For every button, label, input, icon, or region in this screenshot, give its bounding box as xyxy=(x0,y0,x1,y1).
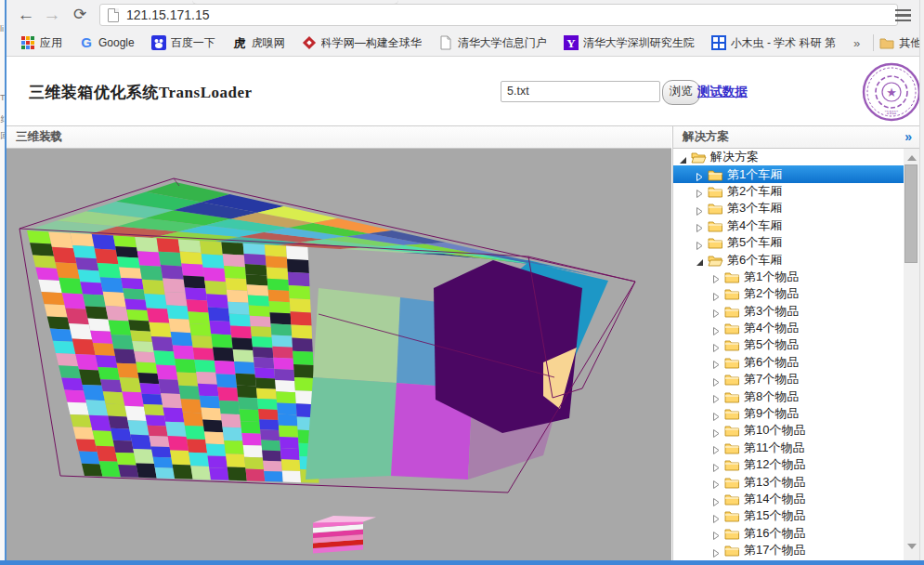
folder-icon xyxy=(724,270,740,283)
tree-node-item-4[interactable]: 第4个物品 xyxy=(673,320,904,336)
bookmark-baidu-paw[interactable]: 百度一下 xyxy=(151,35,215,51)
tree-node-item-15[interactable]: 第15个物品 xyxy=(673,507,904,524)
tree-root-solution[interactable]: 解决方案 xyxy=(673,149,904,165)
forward-button[interactable]: → xyxy=(40,3,64,27)
browse-button[interactable]: 浏览 xyxy=(662,80,700,105)
tree-node-label: 第2个物品 xyxy=(744,285,799,302)
bookmark-apps-grid[interactable]: 应用 xyxy=(20,35,62,51)
scroll-thumb[interactable] xyxy=(904,164,917,263)
expand-arrow-icon[interactable] xyxy=(712,443,721,452)
bookmark-google-g[interactable]: GGoogle xyxy=(79,35,135,51)
expand-arrow-icon[interactable] xyxy=(712,307,721,315)
expand-arrow-icon[interactable] xyxy=(712,324,721,333)
solution-tree-panel: 解决方案第1个车厢第2个车厢第3个车厢第4个车厢第5个车厢第6个车厢第1个物品第… xyxy=(672,149,919,560)
tree-scrollbar[interactable] xyxy=(904,149,919,560)
expand-arrow-icon[interactable] xyxy=(712,529,721,537)
other-bookmarks-button[interactable]: 其他书签 xyxy=(879,35,924,51)
expand-arrow-icon[interactable] xyxy=(696,221,704,230)
tree-node-label: 第15个物品 xyxy=(744,507,805,524)
bookmarks-overflow-icon[interactable]: » xyxy=(853,36,860,50)
tree-node-item-5[interactable]: 第5个物品 xyxy=(673,336,904,353)
viewer-panel-title: 三维装载 xyxy=(16,130,62,143)
scroll-down-icon[interactable] xyxy=(907,544,917,549)
bookmarks-bar: 应用GGoogle百度一下虎虎嗅网科学网—构建全球华清华大学信息门户Y清华大学深… xyxy=(7,30,919,57)
expand-arrow-icon[interactable] xyxy=(712,375,721,384)
expand-arrow-icon[interactable] xyxy=(696,170,704,178)
tree-node-item-10[interactable]: 第10个物品 xyxy=(673,422,904,439)
tree-node-item-7[interactable]: 第7个物品 xyxy=(673,371,904,388)
tree-node-item-8[interactable]: 第8个物品 xyxy=(673,388,904,404)
expand-arrow-icon[interactable] xyxy=(712,495,721,504)
svg-text:G: G xyxy=(81,35,92,50)
huxiu-tiger-icon: 虎 xyxy=(232,35,247,50)
expand-arrow-icon[interactable] xyxy=(712,410,721,418)
bookmark-sciencenet-diamond[interactable]: 科学网—构建全球华 xyxy=(302,35,422,51)
folder-icon xyxy=(708,236,723,249)
tree-node-label: 第4个物品 xyxy=(744,320,799,336)
tree-node-carriage-5[interactable]: 第5个车厢 xyxy=(673,234,904,251)
svg-text:"1911": "1911" xyxy=(885,110,899,115)
bookmark-huxiu-tiger[interactable]: 虎虎嗅网 xyxy=(232,35,285,51)
tree-node-carriage-2[interactable]: 第2个车厢 xyxy=(673,183,904,200)
tree-node-label: 第1个车厢 xyxy=(727,166,782,183)
expand-arrow-icon[interactable] xyxy=(712,392,721,401)
folder-icon xyxy=(724,493,740,506)
tree-node-carriage-3[interactable]: 第3个车厢 xyxy=(673,200,904,217)
bookmark-yahoo-y[interactable]: Y清华大学深圳研究生院 xyxy=(564,35,695,51)
file-input[interactable]: 5.txt xyxy=(501,81,660,102)
expand-arrow-icon[interactable] xyxy=(712,290,721,298)
collapse-arrow-icon[interactable] xyxy=(679,153,687,162)
tree-node-item-16[interactable]: 第16个物品 xyxy=(673,525,904,542)
expand-arrow-icon[interactable] xyxy=(712,427,721,435)
folder-icon xyxy=(724,407,740,420)
google-g-icon: G xyxy=(79,35,94,50)
tree-node-item-2[interactable]: 第2个物品 xyxy=(673,285,904,302)
expand-arrow-icon[interactable] xyxy=(712,546,721,555)
tree-node-item-14[interactable]: 第14个物品 xyxy=(673,491,904,507)
tree-node-carriage-1[interactable]: 第1个车厢 xyxy=(673,165,904,182)
expand-arrow-icon[interactable] xyxy=(712,341,721,349)
svg-text:★: ★ xyxy=(886,85,897,99)
tree-node-carriage-4[interactable]: 第4个车厢 xyxy=(673,217,904,234)
xiaomuchong-grid-icon xyxy=(711,35,726,50)
bookmark-label: 虎嗅网 xyxy=(252,35,285,51)
expand-arrow-icon[interactable] xyxy=(712,358,721,366)
tree-node-item-11[interactable]: 第11个物品 xyxy=(673,440,904,456)
folder-icon xyxy=(724,527,740,540)
bookmark-xiaomuchong-grid[interactable]: 小木虫 - 学术 科研 第 xyxy=(711,35,836,51)
expand-arrow-icon[interactable] xyxy=(696,204,704,213)
tree-node-item-1[interactable]: 第1个物品 xyxy=(673,269,904,285)
folder-icon xyxy=(708,185,723,198)
expand-arrow-icon[interactable] xyxy=(712,461,721,469)
expand-arrow-icon[interactable] xyxy=(712,512,721,520)
expand-arrow-icon[interactable] xyxy=(712,272,721,281)
tree-node-label: 第3个车厢 xyxy=(727,200,782,217)
menu-icon[interactable] xyxy=(890,5,916,26)
url-text[interactable]: 121.15.171.15 xyxy=(126,7,210,22)
scroll-up-icon[interactable] xyxy=(907,155,917,161)
tree-node-item-13[interactable]: 第13个物品 xyxy=(673,473,904,490)
reload-button[interactable]: ⟳ xyxy=(68,3,92,27)
collapse-arrow-icon[interactable] xyxy=(696,256,704,264)
panel-collapse-icon[interactable]: » xyxy=(904,126,912,148)
tree-node-label: 第5个车厢 xyxy=(727,234,782,251)
folder-icon xyxy=(724,390,740,403)
solution-panel-header: 解决方案 » xyxy=(672,126,919,149)
test-data-link[interactable]: 测试数据 xyxy=(697,84,748,100)
expand-arrow-icon[interactable] xyxy=(712,478,721,486)
tree-node-item-9[interactable]: 第9个物品 xyxy=(673,405,904,422)
tree-node-label: 第10个物品 xyxy=(744,422,805,439)
expand-arrow-icon[interactable] xyxy=(696,187,704,195)
tree-node-item-3[interactable]: 第3个物品 xyxy=(673,303,904,320)
back-button[interactable]: ← xyxy=(14,3,38,27)
tree-node-label: 第14个物品 xyxy=(744,491,805,507)
expand-arrow-icon[interactable] xyxy=(696,239,704,247)
tree-node-label: 第2个车厢 xyxy=(727,183,782,200)
tree-node-carriage-6[interactable]: 第6个车厢 xyxy=(673,251,904,268)
tree-node-item-12[interactable]: 第12个物品 xyxy=(673,456,904,473)
url-bar[interactable]: 121.15.171.15 xyxy=(99,4,898,26)
tree-node-item-6[interactable]: 第6个物品 xyxy=(673,354,904,371)
bookmark-page[interactable]: 清华大学信息门户 xyxy=(438,35,547,51)
tree-node-item-17[interactable]: 第17个物品 xyxy=(673,542,904,558)
viewer-3d-canvas[interactable] xyxy=(7,149,671,560)
